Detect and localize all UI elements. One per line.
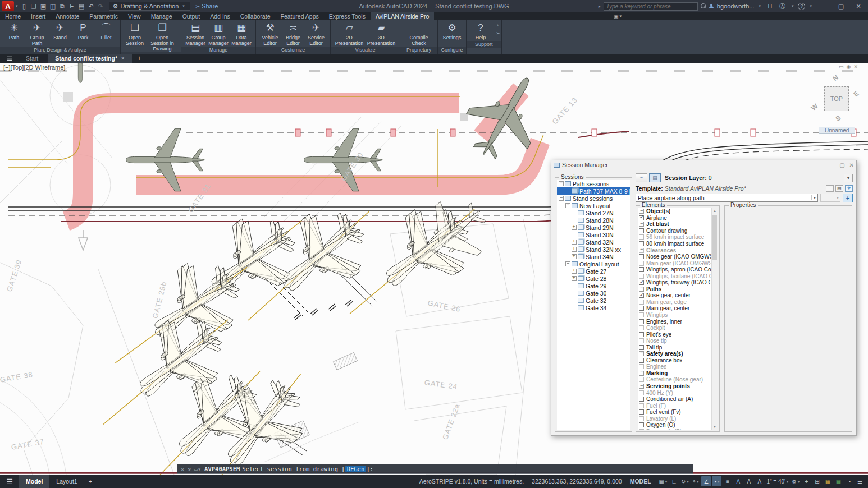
ribbon-button[interactable]: ▤Session Manager — [184, 21, 207, 47]
tree-item[interactable]: Gate 32 — [557, 297, 630, 304]
ribbon-button[interactable]: ▦Data Manager — [230, 21, 253, 47]
tree-expander-icon[interactable] — [572, 232, 577, 237]
viewcube[interactable]: TOP — [824, 86, 849, 111]
element-row[interactable]: Wingtips, taxilane (ICAO Code C) — [638, 273, 711, 279]
tree-item[interactable]: Gate 30 — [557, 289, 630, 297]
ribbon-button[interactable]: ▰3D Presentation — [366, 21, 397, 47]
ribbon-button[interactable]: ?Help — [469, 21, 492, 41]
element-checkbox[interactable] — [639, 287, 644, 292]
tree-expander-icon[interactable] — [572, 218, 577, 223]
search-expand-icon[interactable]: ▸ — [599, 4, 601, 9]
ribbon-button[interactable]: ▥Group Manager — [207, 21, 230, 47]
tree-item[interactable]: Stand 32N xx — [557, 246, 630, 253]
statusbar-toggle[interactable]: + — [802, 476, 811, 486]
ribbon-tab[interactable]: Annotate — [51, 12, 84, 20]
statusbar-toggle[interactable]: ⚙ — [791, 476, 801, 486]
element-checkbox[interactable] — [639, 429, 644, 430]
element-row[interactable]: Wingtips, taxiway (ICAO Code C) — [638, 279, 711, 286]
ribbon-button[interactable]: ✈Stand — [49, 21, 71, 41]
tree-expander-icon[interactable] — [572, 254, 577, 259]
quick-access-icon[interactable]: ▣ — [39, 3, 48, 10]
element-checkbox[interactable] — [639, 300, 644, 305]
element-checkbox[interactable] — [639, 280, 644, 285]
element-row[interactable]: Airplane — [638, 215, 711, 222]
scroll-up-icon[interactable]: ▴ — [712, 209, 718, 213]
tree-item[interactable]: Original Layout — [557, 260, 630, 268]
statusbar-toggle[interactable]: ▦ — [834, 476, 843, 486]
element-row[interactable]: 56 km/h impact surface — [638, 234, 711, 241]
workspace-switcher[interactable]: ⚙ Drafting & Annotation ▾ — [109, 2, 190, 11]
element-checkbox[interactable] — [639, 345, 644, 350]
command-customize-icon[interactable]: ⚒ — [188, 466, 191, 472]
statusbar-toggle[interactable]: ≡ — [723, 476, 732, 486]
element-checkbox[interactable] — [639, 267, 644, 272]
ribbon-overflow-icon[interactable]: ▣ — [614, 13, 619, 19]
quick-access-icon[interactable]: ▯ — [20, 3, 29, 10]
element-row[interactable]: 80 km/h impact surface — [638, 241, 711, 247]
new-layout-button[interactable]: + — [84, 478, 97, 485]
element-row[interactable]: Contour drawing — [638, 228, 711, 234]
statusbar-toggle[interactable]: ∟ — [669, 476, 679, 486]
tree-item[interactable]: Stand 29N — [557, 224, 630, 231]
search-input[interactable] — [604, 2, 698, 11]
elements-scrollbar[interactable]: ▴ ▾ — [711, 208, 718, 430]
element-row[interactable]: Clearance box — [638, 357, 711, 364]
element-checkbox[interactable] — [639, 254, 644, 259]
command-option[interactable]: REGen — [345, 466, 367, 472]
statusbar-toggle[interactable]: ▪ — [712, 476, 721, 486]
tree-expander-icon[interactable] — [572, 298, 577, 303]
command-line[interactable]: ✕ ⚒ ▭▾ AVP40APSEM Select session from dr… — [177, 464, 693, 474]
ribbon-tab[interactable]: Featured Apps — [275, 12, 323, 20]
tree-expander-icon[interactable] — [572, 283, 577, 288]
element-row[interactable]: Wingtips, apron (ICAO Code C) — [638, 266, 711, 273]
layer-tool-button[interactable]: ▤ — [649, 173, 661, 182]
canvas-corner-icon[interactable]: ▭ — [839, 64, 844, 70]
ribbon-button[interactable]: ≍Bridge Editor — [282, 21, 304, 47]
ribbon-tab[interactable]: Manage — [146, 12, 177, 20]
ribbon-button[interactable]: ❐Open Session in Drawing — [147, 21, 178, 52]
model-tab[interactable]: Model — [19, 475, 49, 488]
element-row[interactable]: Oxygen (O) — [638, 422, 711, 429]
coordinates-readout[interactable]: 3223613.363, 2262335.649, 0.000 — [532, 478, 622, 485]
support-mini-icon[interactable]: ➢ — [496, 30, 500, 36]
viewport-controls[interactable]: [−][Top][2D Wireframe] — [3, 64, 65, 71]
ribbon-tab[interactable]: AviPLAN Airside Pro — [371, 12, 435, 20]
template-color-button[interactable]: ❖ — [845, 185, 853, 192]
element-row[interactable]: Pilot's eye — [638, 331, 711, 338]
element-row[interactable]: Cockpit — [638, 325, 711, 332]
space-indicator[interactable]: MODEL — [630, 478, 651, 485]
tree-expander-icon[interactable] — [559, 181, 564, 186]
quick-access-icon[interactable]: ◫ — [48, 3, 58, 10]
tree-expander-icon[interactable] — [572, 276, 577, 281]
tree-expander-icon[interactable] — [572, 240, 577, 245]
ribbon-tab[interactable]: Parametric — [84, 12, 123, 20]
ribbon-button[interactable]: ✈Group Path — [26, 21, 48, 47]
element-row[interactable]: Engines — [638, 363, 711, 370]
app-menu-caret-icon[interactable]: ▾ — [16, 4, 18, 8]
signed-in-user[interactable]: bgoodworth... — [717, 3, 755, 10]
element-row[interactable]: Conditioned air (A) — [638, 396, 711, 403]
element-row[interactable]: Fuel vent (Fv) — [638, 409, 711, 416]
statusbar-toggle[interactable]: ↻ — [680, 476, 689, 486]
element-row[interactable]: Wingtips — [638, 312, 711, 319]
tree-item[interactable]: New Layout — [557, 202, 630, 209]
element-checkbox[interactable] — [639, 403, 644, 408]
ribbon-tab[interactable]: Home — [0, 12, 26, 20]
canvas-corner-icon[interactable]: ◉ — [847, 64, 851, 70]
element-checkbox[interactable] — [639, 416, 644, 421]
statusbar-toggle[interactable]: ⊞ — [812, 476, 822, 486]
element-checkbox[interactable] — [639, 377, 644, 382]
quick-access-icon[interactable]: ↷ — [96, 3, 106, 10]
ribbon-tab[interactable]: Output — [177, 12, 205, 20]
path-tool-button[interactable]: ~ — [636, 173, 647, 182]
panel-maximize-icon[interactable]: ▢ — [839, 162, 844, 168]
tree-expander-icon[interactable] — [559, 196, 564, 201]
quick-access-icon[interactable]: ↶ — [86, 3, 96, 10]
command-prompt-icon[interactable]: ▭▾ — [194, 466, 201, 472]
statusbar-toggle[interactable]: ▦ — [658, 476, 668, 486]
ribbon-button[interactable]: ⚒Vehicle Editor — [259, 21, 281, 47]
element-row[interactable]: Nose gear (ICAO OMGWS 6.0–8.99 m) — [638, 254, 711, 260]
panel-title-bar[interactable]: Session Manager ▢✕ — [551, 160, 856, 169]
quick-access-icon[interactable]: ⧉ — [58, 3, 67, 10]
element-row[interactable]: Clearances — [638, 247, 711, 254]
